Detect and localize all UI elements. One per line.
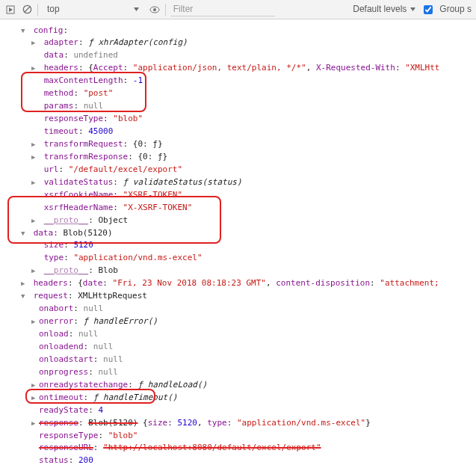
tree-row[interactable]: timeout: 45000 — [6, 126, 476, 138]
tree-row[interactable]: request: XMLHttpRequest — [6, 290, 476, 303]
clear-console-icon[interactable] — [21, 4, 33, 16]
chevron-down-icon — [409, 6, 416, 13]
value-obj: {0: ƒ} — [133, 139, 163, 149]
value-fn: validateStatus(status) — [133, 177, 242, 187]
tree-row[interactable]: responseType: "blob" — [6, 429, 476, 442]
key-proto: __proto__ — [44, 265, 89, 275]
tree-row[interactable]: status: 200 — [6, 455, 476, 467]
value-null: null — [84, 101, 104, 111]
svg-marker-7 — [410, 7, 415, 11]
value-obj: Blob — [98, 265, 118, 275]
value-obj: XMLHttpRequest — [78, 291, 147, 301]
levels-label: Default levels — [353, 3, 407, 16]
value-num: 45000 — [88, 126, 113, 136]
expand-arrow-icon[interactable] — [31, 265, 39, 277]
expand-arrow-icon[interactable] — [21, 25, 28, 37]
tree-row[interactable]: onabort: null — [6, 303, 476, 315]
tree-row[interactable]: responseURL: "http://localhost:8080/defa… — [6, 442, 476, 455]
tree-row[interactable]: config: — [6, 24, 476, 37]
tree-row[interactable]: data: Blob(5120) — [6, 227, 476, 239]
tree-row[interactable]: maxContentLength: -1 — [6, 75, 476, 87]
key-headers: headers — [34, 278, 68, 288]
key: adapter — [44, 37, 78, 47]
levels-select[interactable]: Default levels — [353, 3, 416, 16]
key: validateStatus — [44, 177, 114, 187]
value-str: "X-XSRF-TOKEN" — [123, 203, 193, 212]
expand-arrow-icon[interactable] — [31, 215, 39, 227]
key: type — [44, 253, 64, 262]
value-str: "post" — [84, 88, 114, 98]
tree-row[interactable]: __proto__: Object — [6, 214, 476, 227]
tree-row[interactable]: headers: {Accept: "application/json, tex… — [6, 62, 476, 75]
group-checkbox[interactable] — [424, 5, 433, 14]
tree-row[interactable]: responseType: "blob" — [6, 113, 476, 126]
value-blob: Blob(5120) — [63, 228, 112, 238]
tree-row[interactable]: validateStatus: ƒ validateStatus(status) — [6, 176, 476, 188]
expand-arrow-icon[interactable] — [31, 151, 39, 163]
key: timeout — [44, 126, 78, 136]
play-icon[interactable] — [4, 4, 16, 16]
expand-arrow-icon[interactable] — [31, 176, 39, 188]
tree-row[interactable]: transformRequest: {0: ƒ} — [6, 138, 476, 150]
tree-row[interactable]: onloadstart: null — [6, 353, 476, 366]
value-str: "application/vnd.ms-excel" — [73, 253, 202, 262]
svg-line-3 — [25, 7, 30, 12]
console-object-tree[interactable]: config: adapter: ƒ xhrAdapter(config) da… — [0, 19, 476, 468]
expand-arrow-icon[interactable] — [31, 37, 39, 49]
tree-row[interactable]: headers: {date: "Fri, 23 Nov 2018 08:18:… — [6, 277, 476, 290]
value-fn: xhrAdapter(config) — [98, 37, 187, 47]
tree-row[interactable]: size: 5120 — [6, 239, 476, 252]
key: xsrfCookieName — [44, 190, 114, 200]
expand-arrow-icon[interactable] — [31, 138, 39, 150]
expand-arrow-icon[interactable] — [21, 227, 28, 239]
tree-row[interactable]: xsrfCookieName: "XSRF-TOKEN" — [6, 188, 476, 201]
key-proto: __proto__ — [44, 215, 89, 225]
expand-arrow-icon[interactable] — [21, 290, 28, 302]
tree-row[interactable]: onreadystatechange: ƒ handleLoad() — [6, 378, 476, 391]
filter-input[interactable] — [170, 2, 275, 16]
tree-row[interactable]: xsrfHeaderName: "X-XSRF-TOKEN" — [6, 201, 476, 214]
group-label: Group s — [439, 3, 472, 16]
chevron-down-icon — [133, 6, 140, 13]
console-toolbar: top Default levels Group s — [0, 0, 476, 19]
tree-row[interactable]: readyState: 4 — [6, 404, 476, 416]
tree-row[interactable]: response: Blob(5120) {size: 5120, type: … — [6, 416, 476, 429]
key: size — [44, 240, 64, 250]
value-str: "XSRF-TOKEN" — [123, 190, 182, 200]
key: xsrfHeaderName — [44, 203, 114, 212]
tree-row[interactable]: adapter: ƒ xhrAdapter(config) — [6, 37, 476, 49]
context-select[interactable]: top — [43, 3, 144, 16]
value-num: 5120 — [73, 240, 93, 250]
tree-row[interactable]: data: undefined — [6, 49, 476, 62]
tree-row[interactable]: method: "post" — [6, 87, 476, 100]
svg-marker-4 — [134, 7, 139, 11]
tree-row[interactable]: onerror: ƒ handleError() — [6, 315, 476, 328]
key: url — [44, 164, 59, 174]
tree-row[interactable]: __proto__: Blob — [6, 265, 476, 277]
tree-row[interactable]: onprogress: null — [6, 366, 476, 378]
value-num: -1 — [133, 76, 143, 85]
value-str: "blob" — [113, 114, 143, 123]
eye-icon[interactable] — [149, 4, 161, 16]
value-undefined: undefined — [73, 50, 118, 60]
context-label: top — [47, 3, 60, 16]
expand-arrow-icon[interactable] — [21, 277, 28, 289]
tree-row[interactable]: type: "application/vnd.ms-excel" — [6, 252, 476, 265]
tree-row[interactable]: ontimeout: ƒ handleTimeout() — [6, 391, 476, 404]
key-request: request — [34, 291, 68, 301]
tree-row[interactable]: params: null — [6, 100, 476, 113]
tree-row[interactable]: onloadend: null — [6, 340, 476, 353]
expand-arrow-icon[interactable] — [31, 62, 39, 74]
tree-row[interactable]: transformResponse: {0: ƒ} — [6, 150, 476, 163]
value-obj: {0: ƒ} — [137, 152, 167, 161]
key: method — [44, 88, 74, 98]
tree-row[interactable]: onload: null — [6, 328, 476, 341]
svg-marker-1 — [9, 7, 13, 12]
value-str: "/default/excel/export" — [69, 164, 182, 174]
key: data — [44, 50, 64, 60]
key: responseType — [44, 114, 103, 123]
svg-point-6 — [153, 8, 156, 11]
tree-row[interactable]: url: "/default/excel/export" — [6, 163, 476, 176]
separator — [165, 4, 166, 16]
value-obj: Object — [98, 215, 128, 225]
